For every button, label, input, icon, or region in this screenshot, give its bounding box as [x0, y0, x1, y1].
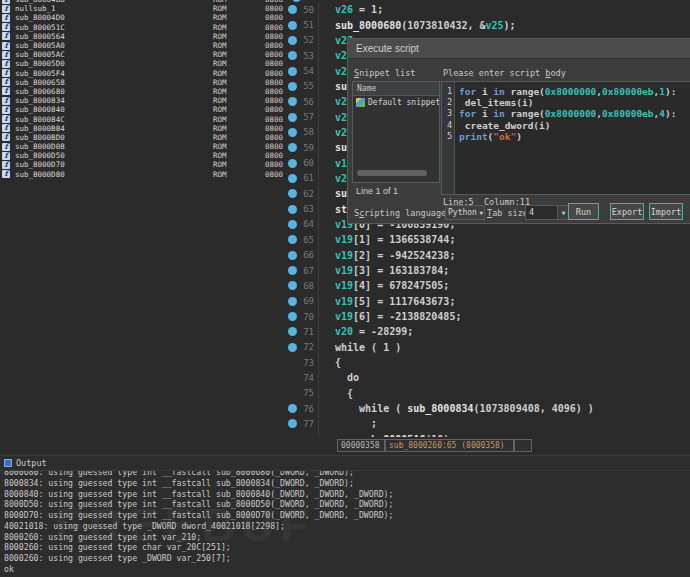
pseudocode-line[interactable]: 67v19[3] = 163183784;: [283, 263, 690, 278]
breakpoint-dot[interactable]: [288, 404, 297, 413]
function-row[interactable]: fsub_8000834ROM0800: [0, 96, 283, 105]
pseudocode-line[interactable]: 50v26 = 1;: [283, 2, 690, 17]
code-token: [3] = 163183784;: [353, 265, 449, 276]
gutter-separator: [314, 140, 319, 155]
breakpoint-dot[interactable]: [288, 251, 297, 260]
code-text: v19[3] = 163183784;: [335, 265, 449, 276]
editor-code[interactable]: for i in range(0x8000000,0x80000eb,1): d…: [455, 82, 676, 194]
code-token: while (: [335, 403, 407, 414]
code-token: do: [335, 372, 359, 383]
breakpoint-dot[interactable]: [288, 5, 297, 14]
breakpoint-dot[interactable]: [288, 82, 297, 91]
code-token: = -28299;: [353, 326, 413, 337]
function-row[interactable]: fnullsub_1ROM0800: [0, 4, 283, 13]
function-row[interactable]: fsub_8000840ROM0800: [0, 105, 283, 114]
function-row[interactable]: fsub_8000D80ROM0800: [0, 170, 283, 179]
breakpoint-dot[interactable]: [288, 343, 297, 352]
breakpoint-dot[interactable]: [288, 97, 297, 106]
function-row[interactable]: fsub_8000D70ROM0800: [0, 160, 283, 169]
snippet-item[interactable]: Default snippet: [353, 96, 439, 109]
function-segment: ROM: [213, 133, 227, 142]
pseudocode-line[interactable]: 73{: [283, 355, 690, 370]
pseudocode-line[interactable]: 68v19[4] = 678247505;: [283, 278, 690, 293]
pseudocode-line[interactable]: 76 while ( sub_8000834(1073809408, 4096)…: [283, 401, 690, 416]
function-row[interactable]: fsub_8000D50ROM0800: [0, 151, 283, 160]
breakpoint-dot[interactable]: [288, 159, 297, 168]
output-line: 8000260: using guessed type int var_210;: [4, 532, 690, 543]
breakpoint-dot[interactable]: [288, 36, 297, 45]
breakpoint-dot[interactable]: [288, 312, 297, 321]
breakpoint-dot[interactable]: [288, 205, 297, 214]
function-segment: ROM: [213, 41, 227, 50]
function-row[interactable]: fsub_8000564ROM0800: [0, 32, 283, 41]
breakpoint-dot[interactable]: [288, 51, 297, 60]
pseudocode-line[interactable]: 51sub_8000680(1073810432, &v25);: [283, 17, 690, 32]
output-log[interactable]: 8000680: using guessed type int __fastca…: [4, 471, 690, 577]
breakpoint-dot[interactable]: [288, 67, 297, 76]
pseudocode-line[interactable]: 71v20 = -28299;: [283, 324, 690, 339]
line-number: 61: [298, 173, 314, 183]
line-number: 77: [298, 419, 314, 429]
function-icon: f: [2, 143, 10, 151]
function-name: sub_80005F4: [15, 69, 65, 78]
pseudocode-line[interactable]: 70v19[6] = -2138820485;: [283, 309, 690, 324]
function-row[interactable]: fsub_80005D0ROM0800: [0, 59, 283, 68]
breakpoint-dot[interactable]: [288, 174, 297, 183]
snippet-horizontal-scrollbar[interactable]: [357, 170, 427, 176]
breakpoint-dot[interactable]: [288, 235, 297, 244]
breakpoint-dot[interactable]: [288, 327, 297, 336]
code-token: 0x80000eb: [602, 108, 653, 119]
breakpoint-dot[interactable]: [288, 128, 297, 137]
function-row[interactable]: fsub_800084CROM0800: [0, 114, 283, 123]
function-row[interactable]: fsub_80005F4ROM0800: [0, 69, 283, 78]
code-token: print: [459, 131, 488, 142]
breakpoint-dot[interactable]: [288, 143, 297, 152]
function-row[interactable]: fsub_80004D0ROM0800: [0, 13, 283, 22]
function-name: sub_8000564: [15, 32, 65, 41]
function-row[interactable]: fsub_8000D08ROM0800: [0, 142, 283, 151]
export-button[interactable]: Export: [610, 203, 644, 220]
breakpoint-dot[interactable]: [288, 189, 297, 198]
dialog-title[interactable]: Execute script: [348, 39, 690, 59]
function-row[interactable]: fsub_8000680ROM0800: [0, 87, 283, 96]
pseudocode-line[interactable]: 74 do: [283, 370, 690, 385]
snippet-name-column-header[interactable]: Name: [353, 82, 439, 96]
output-line: 8000840: using guessed type int __fastca…: [4, 489, 690, 500]
pseudocode-line[interactable]: 72while ( 1 ): [283, 340, 690, 355]
snippet-list[interactable]: Name Default snippet: [352, 81, 440, 183]
output-titlebar[interactable]: Output: [0, 456, 690, 471]
code-token: [6] = -2138820485;: [353, 311, 461, 322]
breakpoint-dot[interactable]: [288, 281, 297, 290]
breakpoint-dot[interactable]: [288, 297, 297, 306]
function-name: sub_8000B84: [15, 124, 65, 133]
pseudocode-line[interactable]: 65v19[1] = 1366538744;: [283, 232, 690, 247]
script-editor[interactable]: 12345 for i in range(0x8000000,0x80000eb…: [441, 81, 690, 195]
pseudocode-line[interactable]: 75 {: [283, 386, 690, 401]
function-row[interactable]: fsub_800051CROM0800: [0, 23, 283, 32]
function-row[interactable]: fsub_8000658ROM0800: [0, 78, 283, 87]
output-line: 40021018: using guessed type _DWORD dwor…: [4, 521, 690, 532]
run-button[interactable]: Run: [568, 203, 599, 220]
functions-panel: fsub_80004B8ROM0800fnullsub_1ROM0800fsub…: [0, 0, 285, 455]
breakpoint-dot[interactable]: [288, 113, 297, 122]
breakpoint-dot[interactable]: [288, 220, 297, 229]
function-row[interactable]: fsub_8000B84ROM0800: [0, 124, 283, 133]
breakpoint-dot[interactable]: [288, 266, 297, 275]
pseudocode-line[interactable]: 66v19[2] = -942524238;: [283, 248, 690, 263]
tab-size-input[interactable]: 4: [525, 205, 560, 220]
function-name: sub_8000658: [15, 78, 65, 87]
pseudocode-status-bar: 00000358 sub_8000260:65 (8000358): [283, 437, 690, 455]
function-row[interactable]: fsub_80005ACROM0800: [0, 50, 283, 59]
import-button[interactable]: Import: [649, 203, 683, 220]
pseudocode-line[interactable]: 69v19[5] = 1117643673;: [283, 294, 690, 309]
function-segment: ROM: [213, 87, 227, 96]
script-body-label: Please enter script body: [443, 68, 566, 78]
line-number: 65: [298, 235, 314, 245]
breakpoint-dot[interactable]: [288, 419, 297, 428]
function-row[interactable]: fsub_80005A0ROM0800: [0, 41, 283, 50]
language-select[interactable]: Python ▼: [445, 205, 485, 220]
function-icon: f: [2, 78, 10, 86]
function-row[interactable]: fsub_8000BD0ROM0800: [0, 133, 283, 142]
breakpoint-dot[interactable]: [288, 21, 297, 30]
pseudocode-line[interactable]: 77 ;: [283, 416, 690, 431]
